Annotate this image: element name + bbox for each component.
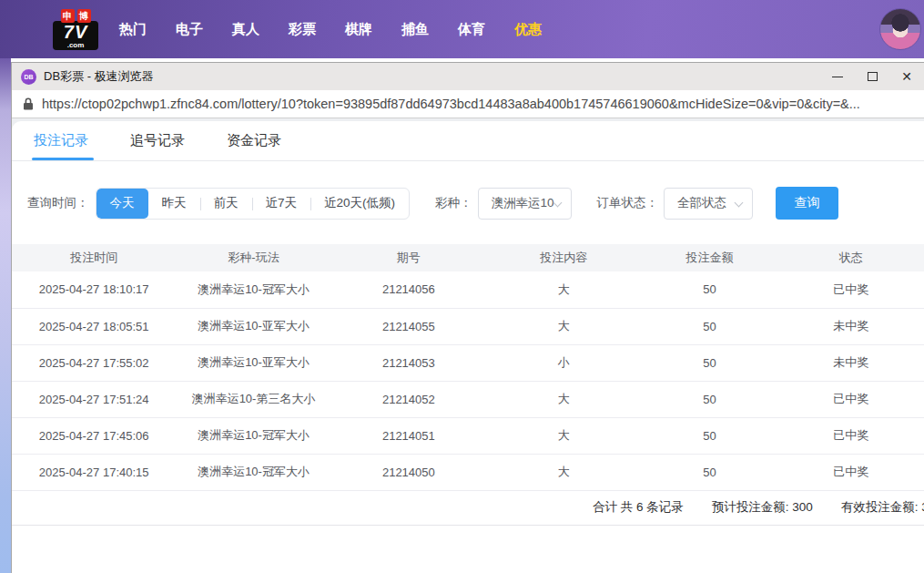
tab-投注记录[interactable]: 投注记录 bbox=[34, 121, 88, 160]
lottery-select-value: 澳洲幸运10 bbox=[492, 195, 554, 211]
date-range-group: 今天昨天前天近7天近20天(低频) bbox=[96, 188, 411, 220]
bet-time: 2025-04-27 17:45:06 bbox=[12, 417, 176, 454]
bet-content: 大 bbox=[486, 381, 641, 417]
range-button-前天[interactable]: 前天 bbox=[200, 189, 252, 219]
game-play: 澳洲幸运10-冠军大小 bbox=[176, 454, 330, 490]
bet-content: 大 bbox=[486, 271, 641, 308]
logo-main-text: 7V bbox=[53, 23, 98, 41]
lottery-select[interactable]: 澳洲幸运10 bbox=[478, 188, 572, 220]
tab-label: 追号记录 bbox=[130, 132, 185, 149]
bet-content: 大 bbox=[486, 454, 641, 490]
window-controls: ✕ bbox=[820, 63, 924, 90]
bet-time: 2025-04-27 17:51:24 bbox=[12, 381, 176, 417]
game-play: 澳洲幸运10-亚军大小 bbox=[176, 308, 330, 344]
bet-amount: 50 bbox=[641, 381, 777, 417]
logo-badge-bo: 博 bbox=[77, 9, 91, 23]
window-title: DB彩票 - 极速浏览器 bbox=[44, 68, 154, 85]
tab-label: 投注记录 bbox=[34, 132, 88, 149]
column-header: 投注内容 bbox=[486, 244, 641, 271]
user-avatar[interactable] bbox=[879, 8, 921, 50]
bet-amount: 50 bbox=[641, 417, 777, 454]
issue-number: 21214051 bbox=[331, 417, 486, 454]
range-button-近20天(低频)[interactable]: 近20天(低频) bbox=[310, 189, 409, 219]
chevron-down-icon bbox=[735, 198, 744, 207]
issue-number: 21214053 bbox=[331, 344, 486, 381]
tab-资金记录[interactable]: 资金记录 bbox=[227, 121, 281, 160]
bet-time: 2025-04-27 18:05:51 bbox=[12, 308, 176, 344]
bet-amount: 50 bbox=[641, 271, 777, 308]
tab-label: 资金记录 bbox=[227, 132, 281, 149]
filter-bar: 查询时间： 今天昨天前天近7天近20天(低频) 彩种： 澳洲幸运10 订单状态：… bbox=[12, 187, 924, 220]
bet-table-body: 2025-04-27 18:10:17澳洲幸运10-冠军大小21214056大5… bbox=[12, 271, 924, 490]
nav-item-体育[interactable]: 体育 bbox=[457, 21, 486, 38]
tab-追号记录[interactable]: 追号记录 bbox=[130, 121, 185, 160]
minimize-button[interactable] bbox=[820, 63, 855, 90]
bet-status: 已中奖 bbox=[778, 271, 924, 308]
nav-item-棋牌[interactable]: 棋牌 bbox=[344, 21, 373, 38]
content-card: 投注记录追号记录资金记录 查询时间： 今天昨天前天近7天近20天(低频) 彩种：… bbox=[12, 121, 924, 573]
site-logo[interactable]: 申 博 7V .com bbox=[53, 9, 98, 50]
range-button-昨天[interactable]: 昨天 bbox=[148, 189, 200, 219]
bet-amount: 50 bbox=[641, 308, 777, 344]
bet-records-table: 投注时间彩种-玩法期号投注内容投注金额状态 2025-04-27 18:10:1… bbox=[12, 244, 924, 491]
table-row: 2025-04-27 17:55:02澳洲幸运10-亚军大小21214053小5… bbox=[12, 344, 924, 381]
table-row: 2025-04-27 17:51:24澳洲幸运10-第三名大小21214052大… bbox=[12, 381, 924, 417]
maximize-icon bbox=[868, 72, 878, 81]
close-icon: ✕ bbox=[901, 70, 912, 83]
bet-time: 2025-04-27 17:40:15 bbox=[12, 454, 176, 490]
logo-box: 7V .com bbox=[53, 21, 98, 50]
order-status-value: 全部状态 bbox=[677, 195, 726, 211]
order-status-select[interactable]: 全部状态 bbox=[664, 188, 753, 220]
bet-status: 已中奖 bbox=[778, 417, 924, 454]
site-topbar: 申 博 7V .com 热门电子真人彩票棋牌捕鱼体育优惠 bbox=[0, 0, 924, 58]
active-tab-underline bbox=[32, 158, 94, 160]
game-play: 澳洲幸运10-冠军大小 bbox=[176, 271, 330, 308]
minimize-icon bbox=[832, 77, 843, 77]
nav-item-热门[interactable]: 热门 bbox=[118, 21, 147, 38]
topbar-nav: 热门电子真人彩票棋牌捕鱼体育优惠 bbox=[118, 21, 543, 38]
total-valid-amount: 有效投注金额: 300 bbox=[841, 499, 924, 516]
order-status-label: 订单状态： bbox=[597, 195, 659, 211]
bet-content: 小 bbox=[486, 344, 641, 381]
table-row: 2025-04-27 17:45:06澳洲幸运10-冠军大小21214051大5… bbox=[12, 417, 924, 454]
logo-suffix-text: .com bbox=[53, 41, 98, 49]
issue-number: 21214050 bbox=[331, 454, 486, 490]
table-row: 2025-04-27 18:10:17澳洲幸运10-冠军大小21214056大5… bbox=[12, 271, 924, 308]
url-text: https://ctop02pchwp1.zfnc84.com/lottery/… bbox=[42, 97, 860, 111]
column-header: 状态 bbox=[778, 244, 924, 271]
query-button[interactable]: 查询 bbox=[776, 187, 838, 220]
game-play: 澳洲幸运10-亚军大小 bbox=[176, 344, 330, 381]
column-header: 彩种-玩法 bbox=[176, 244, 330, 271]
nav-item-优惠[interactable]: 优惠 bbox=[513, 21, 543, 38]
lottery-filter-label: 彩种： bbox=[435, 195, 472, 211]
issue-number: 21214055 bbox=[331, 308, 486, 344]
bet-amount: 50 bbox=[641, 454, 777, 490]
nav-item-真人[interactable]: 真人 bbox=[231, 21, 260, 38]
bet-content: 大 bbox=[486, 308, 641, 344]
browser-window: DB DB彩票 - 极速浏览器 ✕ https://ctop02pchwp1.z… bbox=[11, 62, 924, 573]
bet-table-head: 投注时间彩种-玩法期号投注内容投注金额状态 bbox=[12, 244, 924, 271]
address-bar[interactable]: https://ctop02pchwp1.zfnc84.com/lottery/… bbox=[12, 90, 924, 118]
close-button[interactable]: ✕ bbox=[889, 63, 924, 90]
window-titlebar[interactable]: DB DB彩票 - 极速浏览器 ✕ bbox=[12, 63, 924, 90]
bet-content: 大 bbox=[486, 417, 641, 454]
chevron-down-icon bbox=[553, 198, 562, 207]
browser-favicon-icon: DB bbox=[21, 69, 36, 85]
column-header: 投注金额 bbox=[641, 244, 777, 271]
total-expected-amount: 预计投注金额: 300 bbox=[712, 499, 813, 516]
bet-time: 2025-04-27 17:55:02 bbox=[12, 344, 176, 381]
bet-amount: 50 bbox=[641, 344, 777, 381]
column-header: 期号 bbox=[331, 244, 486, 271]
bet-status: 已中奖 bbox=[778, 381, 924, 417]
range-button-近7天[interactable]: 近7天 bbox=[252, 189, 311, 219]
table-row: 2025-04-27 17:40:15澳洲幸运10-冠军大小21214050大5… bbox=[12, 454, 924, 490]
nav-item-捕鱼[interactable]: 捕鱼 bbox=[401, 21, 430, 38]
range-button-今天[interactable]: 今天 bbox=[96, 189, 148, 219]
issue-number: 21214056 bbox=[331, 271, 486, 308]
maximize-button[interactable] bbox=[855, 63, 889, 90]
nav-item-电子[interactable]: 电子 bbox=[175, 21, 204, 38]
nav-item-彩票[interactable]: 彩票 bbox=[288, 21, 317, 38]
totals-row: 合计 共 6 条记录 预计投注金额: 300 有效投注金额: 300 bbox=[12, 491, 924, 526]
game-play: 澳洲幸运10-冠军大小 bbox=[176, 417, 330, 454]
logo-badge-shen: 申 bbox=[61, 9, 75, 23]
